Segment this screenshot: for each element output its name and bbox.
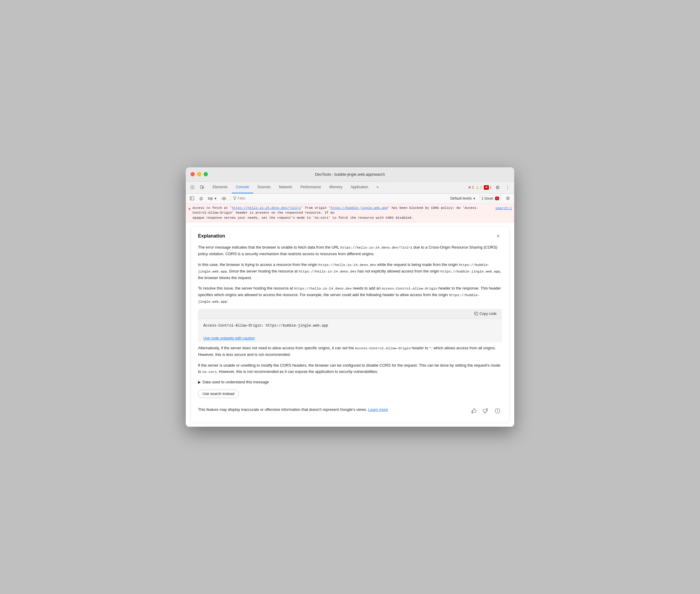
console-output: ✕ Access to fetch at 'https://hello-io-2… [186,204,514,427]
thumbs-up-button[interactable] [469,406,478,415]
code-block-header: Copy code [198,309,502,319]
clear-console-button[interactable]: ⊘ [197,195,205,202]
explanation-para5: If the server is unable or unwilling to … [198,362,502,375]
devtools-body: Elements Console Sources Network Perform… [186,182,514,427]
svg-rect-4 [200,186,203,189]
error-url2-link[interactable]: https://bubble-jingle.web.app [330,206,388,210]
explanation-card: Explanation × The error message indicate… [190,226,510,423]
settings-button[interactable]: ⚙ [493,183,502,192]
code-block-wrapper: Copy code Access-Control-Allow-Origin: h… [198,309,502,342]
issues-number: 1 [495,197,499,200]
explanation-close-button[interactable]: × [494,232,502,240]
inline-code-origin6: https://bubble-jingle.web.app [198,293,480,304]
inline-code-url: https://hello-io-24.deno.dev/?lvl=1 [340,245,412,250]
report-button[interactable] [493,406,502,415]
data-toggle[interactable]: ▶ Data used to understand this message [198,379,502,386]
use-search-button[interactable]: Use search instead [198,390,239,398]
data-toggle-arrow: ▶ [198,380,201,385]
title-bar: DevTools - bubble-jingle.web.app/search [186,167,514,182]
context-dropdown-icon: ▼ [214,197,217,200]
explanation-title: Explanation [198,232,225,240]
tab-bar: Elements Console Sources Network Perform… [186,182,514,194]
explanation-para1: The error message indicates that the bro… [198,244,502,257]
minimize-traffic-light[interactable] [197,172,201,176]
learn-more-link[interactable]: Learn more [368,407,388,412]
error-entry: ✕ Access to fetch at 'https://hello-io-2… [186,204,514,223]
console-toolbar: ⊘ top ▼ Filter Default levels [186,194,514,204]
window-title: DevTools - bubble-jingle.web.app/search [315,172,385,176]
close-traffic-light[interactable] [190,172,195,176]
filter-area[interactable]: Filter [233,196,448,200]
eye-icon-button[interactable] [220,195,228,202]
error-icon: ✕ [188,206,190,212]
footer-area: This feature may display inaccurate or o… [198,405,502,417]
svg-rect-10 [476,313,478,315]
levels-selector[interactable]: Default levels ▼ [449,196,477,201]
context-selector[interactable]: top ▼ [206,195,219,201]
footer-text: This feature may display inaccurate or o… [198,406,388,412]
inline-code-header1: Access-Control-Allow-Origin [382,287,437,290]
more-options-button[interactable]: ⋮ [503,183,512,192]
svg-rect-3 [193,188,194,189]
tab-network[interactable]: Network [275,182,296,193]
console-settings-button[interactable]: ⚙ [503,194,512,203]
explanation-para4: Alternatively, if the server does not ne… [198,345,502,358]
code-snippet: Access-Control-Allow-Origin: https://bub… [198,319,502,333]
error-badge: ✕ 2 [468,185,474,190]
tab-icon-group [188,183,206,192]
toolbar-right: Default levels ▼ 1 Issue: 1 ⚙ [449,194,512,203]
levels-dropdown-icon: ▼ [473,197,476,200]
explanation-para3: To resolve this issue, the server hostin… [198,285,502,305]
svg-rect-6 [190,197,194,200]
svg-marker-9 [233,197,236,200]
svg-rect-2 [190,188,192,189]
inline-code-nocors: no-cors [202,370,216,374]
maximize-traffic-light[interactable] [204,172,208,176]
svg-point-8 [223,198,224,199]
tab-console[interactable]: Console [232,182,253,193]
toolbar-separator [230,196,231,201]
traffic-lights [190,172,208,176]
tab-application[interactable]: Application [346,182,373,193]
tab-more[interactable]: » [373,182,383,193]
svg-rect-0 [190,186,192,187]
caution-link[interactable]: Use code snippets with caution [203,335,502,341]
issues-count-badge[interactable]: 1 Issue: 1 [479,195,501,201]
error-location-link[interactable]: search:1 [495,205,512,211]
inline-code-star: * [429,346,431,350]
svg-point-19 [497,412,498,412]
explanation-para2: In this case, the browser is trying to a… [198,261,502,281]
tab-right-area: ✕ 2 ⚠ 1 ✕ 1 ⚙ ⋮ [468,183,512,192]
tab-sources[interactable]: Sources [253,182,275,193]
tab-elements[interactable]: Elements [208,182,232,193]
tab-performance[interactable]: Performance [296,182,325,193]
warning-badge: ⚠ 1 [476,185,482,190]
tab-list: Elements Console Sources Network Perform… [208,182,383,193]
issues-badge-tab: ✕ 1 [484,185,492,190]
device-toolbar-icon[interactable] [198,183,206,192]
copy-code-button[interactable]: Copy code [472,311,499,317]
tab-memory[interactable]: Memory [325,182,346,193]
devtools-window: DevTools - bubble-jingle.web.app/search [186,167,514,427]
sidebar-toggle-button[interactable] [188,195,196,202]
explanation-header: Explanation × [198,232,502,240]
inline-code-header2: Access-Control-Allow-Origin [355,346,411,350]
svg-rect-5 [203,187,204,188]
inspect-element-icon[interactable] [188,183,197,192]
error-url1-link[interactable]: https://hello-io-24.deno.dev/?lvl=1 [232,206,301,210]
svg-rect-1 [193,186,194,187]
inline-code-origin5: https://hello-io-24.deno.dev [294,287,352,290]
error-message-text: Access to fetch at 'https://hello-io-24.… [192,205,493,221]
inline-code-origin4: https://bubble-jingle.web.app [441,269,500,273]
thumbs-down-button[interactable] [481,406,490,415]
feedback-buttons [469,406,502,415]
inline-code-origin3: https://hello-io-24.deno.dev [299,269,356,273]
explanation-body: The error message indicates that the bro… [198,244,502,417]
inline-code-origin1: https://hello-io-24.deno.dev [318,263,376,267]
